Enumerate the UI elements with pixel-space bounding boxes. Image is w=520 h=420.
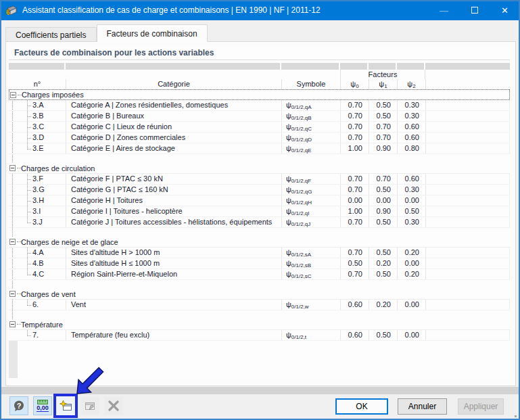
table-row[interactable]: 3.I Catégorie I | Toitures - helicoptère…	[9, 206, 510, 217]
cell-no: 3.I	[9, 206, 66, 216]
cell-symbol: ψ0/1/2,sB	[281, 258, 340, 269]
help-button[interactable]: ?	[9, 396, 28, 415]
units-label: 0,00	[37, 405, 49, 412]
cell-empty	[425, 330, 510, 340]
table-row[interactable]: 4.B Sites d'altitude H ≤ 1000 m ψ0/1/2,s…	[9, 258, 510, 269]
cell-empty	[425, 122, 510, 132]
group-row[interactable]: Charges de circulation	[9, 163, 510, 174]
table-row[interactable]: 3.B Catégorie B | Bureaux ψ0/1/2,qB 0.70…	[9, 111, 510, 122]
cell-psi0: 0.70	[340, 185, 369, 195]
apply-button[interactable]: Appliquer	[458, 398, 504, 415]
cell-no: 6.	[9, 300, 66, 310]
cell-no: 3.J	[9, 217, 66, 227]
cell-psi2: 0.20	[397, 269, 425, 279]
cell-category: Catégorie J | Toitures accessibles - hél…	[66, 217, 281, 227]
table-row[interactable]: 4.C Région Saint-Pierre-et-Miquelon ψ0/1…	[9, 269, 510, 280]
cell-psi2: 0.30	[397, 185, 425, 195]
table-row[interactable]: 3.D Catégorie D | Zones commerciales ψ0/…	[9, 133, 510, 143]
cell-psi2: 0.60	[397, 122, 425, 132]
cell-category: Vent	[66, 300, 281, 310]
table-row[interactable]: 3.H Catégorie H | Toitures ψ0/1/2,qH 0.0…	[9, 195, 510, 206]
section-title: Facteurs de combinaison pour les actions…	[9, 45, 510, 60]
cell-psi1: 0.50	[369, 330, 397, 340]
cell-psi1: 0.20	[369, 258, 397, 269]
table-row[interactable]: 3.J Catégorie J | Toitures accessibles -…	[9, 217, 510, 228]
cell-psi0: 0.70	[340, 269, 369, 279]
edit-combination-icon	[83, 399, 97, 413]
table-row[interactable]: 3.E Catégorie E | Aires de stockage ψ0/1…	[9, 143, 510, 154]
new-combination-button[interactable]	[57, 396, 76, 415]
cell-psi0: 0.70	[340, 133, 369, 143]
footer-toolbar: ? 0,00	[9, 396, 123, 415]
cell-category: Catégorie A | Zones résidentielles, dome…	[66, 100, 281, 110]
tab-coefficients-partiels[interactable]: Coefficients partiels	[5, 27, 97, 42]
cell-psi0: 0.70	[340, 111, 369, 121]
tab-facteurs-de-combinaison[interactable]: Facteurs de combinaison	[97, 24, 208, 42]
table-row[interactable]: 4.A Sites d'altitude H > 1000 m ψ0/1/2,s…	[9, 248, 510, 258]
cell-psi2: 0.60	[397, 133, 425, 143]
new-combination-icon	[60, 399, 73, 413]
cell-psi0: 0.70	[340, 174, 369, 184]
cell-category: Catégorie E | Aires de stockage	[66, 143, 281, 154]
cell-symbol: ψ0/1/2,qH	[281, 195, 340, 206]
minimize-button[interactable]: —	[429, 0, 459, 20]
group-row[interactable]: Charges de neige et de glace	[9, 237, 510, 248]
cell-no: 3.C	[9, 122, 66, 132]
cell-psi2: 0.00	[397, 258, 425, 269]
tree-collapse-icon[interactable]	[9, 291, 16, 297]
table-row[interactable]: 6. Vent ψ0/1/2,w 0.60 0.20 0.00	[9, 300, 510, 310]
cell-psi1: 0.50	[369, 217, 397, 227]
edit-combination-button[interactable]	[80, 396, 99, 415]
tree-collapse-icon[interactable]	[10, 92, 16, 98]
cell-psi1: 0.50	[369, 248, 397, 258]
cell-psi1: 0.90	[369, 143, 397, 154]
cell-empty	[425, 143, 510, 154]
group-row[interactable]: Charges de vent	[9, 289, 510, 300]
tree-collapse-icon[interactable]	[9, 239, 16, 245]
units-button[interactable]: 0,00	[33, 396, 52, 415]
cell-psi1: 0.00	[369, 195, 397, 206]
delete-button[interactable]	[104, 396, 123, 415]
tree-collapse-icon[interactable]	[9, 165, 16, 171]
cell-psi1: 0.70	[369, 133, 397, 143]
cancel-button[interactable]: Annuler	[398, 398, 447, 415]
cell-psi1: 0.50	[369, 269, 397, 279]
cell-empty	[425, 258, 510, 269]
tree-collapse-icon[interactable]	[9, 321, 16, 327]
cell-category: Catégorie C | Lieux de réunion	[66, 122, 281, 132]
cell-no: 3.F	[9, 174, 66, 184]
cell-empty	[425, 185, 510, 195]
table-row[interactable]: 3.F Catégorie F | PTAC ≤ 30 kN ψ0/1/2,qF…	[9, 174, 510, 185]
group-gap	[9, 154, 510, 163]
table-row[interactable]: 3.A Catégorie A | Zones résidentielles, …	[9, 100, 510, 111]
group-row[interactable]: Température	[9, 319, 510, 330]
cell-empty	[425, 100, 510, 110]
resize-grip[interactable]	[515, 415, 517, 417]
cell-psi2: 0.30	[397, 111, 425, 121]
cell-psi2: 0.60	[397, 174, 425, 184]
cell-psi0: 1.00	[340, 206, 369, 216]
cell-empty	[425, 195, 510, 206]
group-label: Charges de circulation	[21, 164, 95, 172]
cell-psi2: 0.00	[397, 195, 425, 206]
cell-psi1: 0.90	[369, 206, 397, 216]
cell-empty	[425, 217, 510, 227]
cell-symbol: ψ0/1/2,w	[281, 300, 340, 310]
table-row[interactable]: 7. Température (feu exclu) ψ0/1/2,t 0.60…	[9, 330, 510, 341]
table-row[interactable]: 3.C Catégorie C | Lieux de réunion ψ0/1/…	[9, 122, 510, 133]
app-icon: 6	[5, 5, 17, 16]
cell-psi0: 0.70	[340, 122, 369, 132]
table-row[interactable]: 3.G Catégorie G | PTAC ≤ 160 kN ψ0/1/2,q…	[9, 185, 510, 195]
cell-psi1: 0.50	[369, 185, 397, 195]
cell-empty	[425, 300, 510, 310]
close-button[interactable]: ✕	[490, 0, 520, 20]
group-gap	[9, 280, 510, 289]
cell-category: Sites d'altitude H > 1000 m	[66, 248, 281, 258]
window-title: Assistant classification de cas de charg…	[22, 5, 321, 15]
cell-psi1: 0.50	[369, 111, 397, 121]
tab-bar: Coefficients partiels Facteurs de combin…	[5, 24, 208, 42]
ok-button[interactable]: OK	[335, 398, 388, 415]
maximize-button[interactable]	[459, 0, 490, 20]
group-row[interactable]: Charges imposées	[9, 89, 510, 100]
tab-page: Facteurs de combinaison pour les actions…	[5, 41, 516, 386]
